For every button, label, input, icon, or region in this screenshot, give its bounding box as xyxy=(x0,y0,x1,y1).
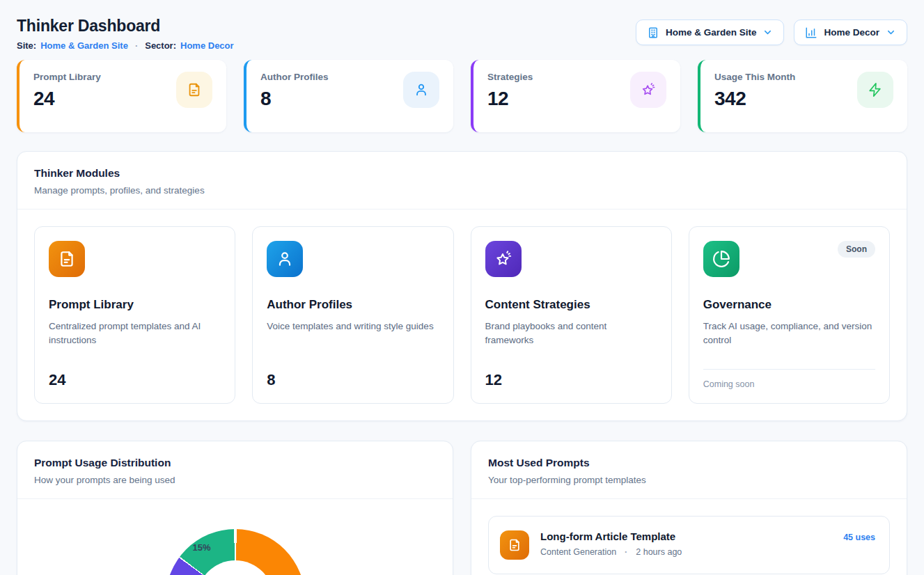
module-count: 8 xyxy=(267,371,439,389)
user-icon xyxy=(267,241,303,277)
stat-label: Usage This Month xyxy=(714,72,795,82)
donut-chart: 15% xyxy=(166,529,305,575)
module-description: Voice templates and writing style guides xyxy=(267,320,439,333)
sparkle-star-icon xyxy=(630,72,666,108)
module-count: 24 xyxy=(49,371,221,389)
prompt-item-title: Long-form Article Template xyxy=(540,530,843,542)
section-title: Thinker Modules xyxy=(34,167,890,180)
module-title: Governance xyxy=(703,298,875,312)
section-title: Prompt Usage Distribution xyxy=(34,457,436,469)
prompt-item-time: 2 hours ago xyxy=(636,547,682,557)
document-icon xyxy=(49,241,85,277)
prompt-item-meta: Content Generation · 2 hours ago xyxy=(540,547,843,557)
topbar: Thinker Dashboard Site: Home & Garden Si… xyxy=(17,17,907,51)
bar-chart-icon xyxy=(805,26,817,39)
module-card-governance[interactable]: Soon Governance Track AI usage, complian… xyxy=(689,226,890,404)
donut-segment-label: 15% xyxy=(190,542,214,553)
user-icon xyxy=(403,72,439,108)
site-selector-label: Home & Garden Site xyxy=(666,27,757,38)
sparkle-star-icon xyxy=(485,241,522,277)
section-subtitle: Manage prompts, profiles, and strategies xyxy=(34,185,890,196)
chart-body: 15% xyxy=(17,529,453,575)
module-title: Content Strategies xyxy=(485,298,657,312)
sector-link[interactable]: Home Decor xyxy=(180,40,234,51)
dashboard-page: Thinker Dashboard Site: Home & Garden Si… xyxy=(0,0,924,575)
dot-separator: · xyxy=(622,547,630,557)
prompts-list: Long-form Article Template Content Gener… xyxy=(471,499,907,575)
modules-panel-header: Thinker Modules Manage prompts, profiles… xyxy=(17,152,907,210)
section-title: Most Used Prompts xyxy=(488,457,890,469)
stat-label: Author Profiles xyxy=(260,72,329,82)
module-title: Author Profiles xyxy=(267,298,439,312)
modules-grid: Prompt Library Centralized prompt templa… xyxy=(17,210,907,420)
module-description: Centralized prompt templates and AI inst… xyxy=(49,320,221,348)
modules-panel: Thinker Modules Manage prompts, profiles… xyxy=(17,151,907,421)
stat-text: Usage This Month 342 xyxy=(714,72,795,110)
module-card-author-profiles[interactable]: Author Profiles Voice templates and writ… xyxy=(252,226,453,404)
module-card-content-strategies[interactable]: Content Strategies Brand playbooks and c… xyxy=(471,226,672,404)
site-link[interactable]: Home & Garden Site xyxy=(40,40,128,51)
stat-text: Strategies 12 xyxy=(487,72,533,110)
building-icon xyxy=(647,26,659,39)
module-count: 12 xyxy=(485,371,657,389)
chevron-down-icon xyxy=(886,27,896,38)
prompt-list-item[interactable]: Long-form Article Template Content Gener… xyxy=(488,516,890,574)
module-card-prompt-library[interactable]: Prompt Library Centralized prompt templa… xyxy=(34,226,235,404)
sector-label: Sector: xyxy=(145,40,176,51)
prompt-item-uses-badge: 45 uses xyxy=(843,533,875,542)
stat-value: 24 xyxy=(33,88,101,110)
most-used-prompts-card: Most Used Prompts Your top-performing pr… xyxy=(471,441,907,575)
soon-badge: Soon xyxy=(838,241,875,258)
chevron-down-icon xyxy=(762,27,773,38)
stat-value: 8 xyxy=(260,88,329,110)
stat-value: 12 xyxy=(487,88,533,110)
module-description: Brand playbooks and content frameworks xyxy=(485,320,657,348)
stat-card-author-profiles: Author Profiles 8 xyxy=(244,60,453,132)
site-label: Site: xyxy=(17,40,36,51)
section-subtitle: How your prompts are being used xyxy=(34,475,436,485)
module-description: Track AI usage, compliance, and version … xyxy=(703,320,875,348)
stat-value: 342 xyxy=(714,88,795,110)
module-footer: Coming soon xyxy=(703,369,875,389)
stat-card-usage: Usage This Month 342 xyxy=(698,60,907,132)
stat-label: Strategies xyxy=(487,72,533,82)
prompt-item-category: Content Generation xyxy=(540,547,616,557)
stat-card-prompt-library: Prompt Library 24 xyxy=(17,60,226,132)
stat-label: Prompt Library xyxy=(33,72,101,82)
breadcrumb: Site: Home & Garden Site · Sector: Home … xyxy=(17,40,234,51)
lightning-icon xyxy=(857,72,893,108)
section-subtitle: Your top-performing prompt templates xyxy=(488,475,890,485)
top-actions: Home & Garden Site Home Decor xyxy=(636,19,907,45)
usage-distribution-card: Prompt Usage Distribution How your promp… xyxy=(17,441,453,575)
module-title: Prompt Library xyxy=(49,298,221,312)
bottom-row: Prompt Usage Distribution How your promp… xyxy=(17,441,907,575)
pie-chart-icon xyxy=(703,241,739,277)
sector-selector-button[interactable]: Home Decor xyxy=(794,19,907,45)
site-selector-button[interactable]: Home & Garden Site xyxy=(636,19,785,45)
page-title: Thinker Dashboard xyxy=(17,17,234,36)
sector-selector-label: Home Decor xyxy=(824,27,879,38)
stat-text: Prompt Library 24 xyxy=(33,72,101,110)
title-block: Thinker Dashboard Site: Home & Garden Si… xyxy=(17,17,234,51)
stats-row: Prompt Library 24 Author Profiles 8 xyxy=(17,60,907,132)
document-icon xyxy=(500,530,529,560)
document-icon xyxy=(176,72,212,108)
stat-card-strategies: Strategies 12 xyxy=(471,60,680,132)
prompts-card-header: Most Used Prompts Your top-performing pr… xyxy=(471,441,907,499)
stat-text: Author Profiles 8 xyxy=(260,72,329,110)
chart-card-header: Prompt Usage Distribution How your promp… xyxy=(17,441,453,499)
dot-separator: · xyxy=(132,40,141,51)
prompt-item-text: Long-form Article Template Content Gener… xyxy=(540,530,843,557)
